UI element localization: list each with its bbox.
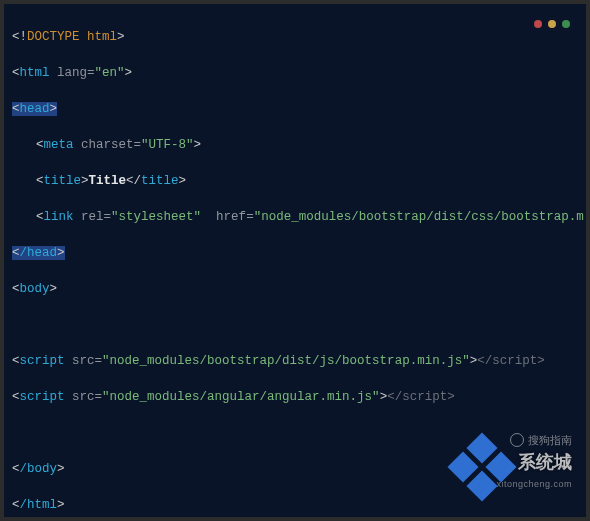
code-line: <head> bbox=[12, 100, 578, 118]
code-line: <script src="node_modules/angular/angula… bbox=[12, 388, 578, 406]
editor-frame: <!DOCTYPE html> <html lang="en"> <head> … bbox=[0, 0, 590, 521]
code-line: <!DOCTYPE html> bbox=[12, 28, 578, 46]
code-line: </head> bbox=[12, 244, 578, 262]
code-line: </html> bbox=[12, 496, 578, 514]
code-line bbox=[12, 424, 578, 442]
code-line: </body> bbox=[12, 460, 578, 478]
code-line bbox=[12, 316, 578, 334]
code-line: <html lang="en"> bbox=[12, 64, 578, 82]
code-line: <body> bbox=[12, 280, 578, 298]
code-line: <link rel="stylesheet" href="node_module… bbox=[12, 208, 578, 226]
code-line: <title>Title</title> bbox=[12, 172, 578, 190]
code-editor[interactable]: <!DOCTYPE html> <html lang="en"> <head> … bbox=[6, 6, 584, 515]
code-line: <script src="node_modules/bootstrap/dist… bbox=[12, 352, 578, 370]
code-line: <meta charset="UTF-8"> bbox=[12, 136, 578, 154]
